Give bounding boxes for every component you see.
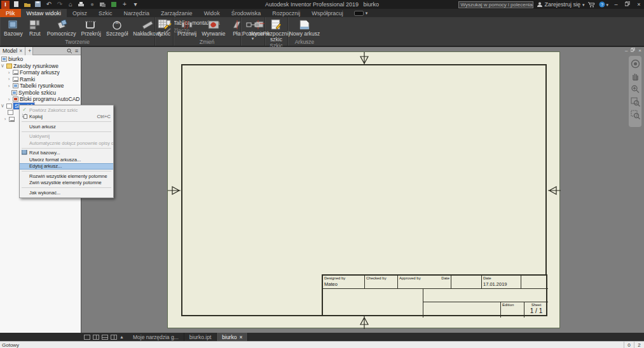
doc-tab-biurko-ipt[interactable]: biurko.ipt	[184, 333, 217, 341]
tree-item-autocad-blocks[interactable]: › Bloki programu AutoCAD	[0, 96, 81, 103]
tab-szkic[interactable]: Szkic	[93, 9, 118, 17]
tree-item-borders[interactable]: › Ramki	[0, 76, 81, 83]
menu-item-repeat-finish-sketch[interactable]: ✓ Powtórz Zakończ szkic	[20, 107, 113, 114]
menu-item-expand-all-children[interactable]: Rozwiń wszystkie elementy potomne	[20, 173, 113, 180]
break-out-button[interactable]: Wyrwanie	[200, 18, 227, 37]
appearance-icon[interactable]	[99, 1, 107, 8]
top-center-mark	[359, 52, 370, 66]
menu-item-delete-sheet[interactable]: Usuń arkusz	[20, 123, 113, 130]
tab-srodowiska[interactable]: Środowiska	[226, 9, 267, 17]
detail-view-button[interactable]: A Szczegół	[104, 18, 130, 37]
tab-narzedzia[interactable]: Narzędzia	[118, 9, 156, 17]
auxiliary-view-button[interactable]: Pomocniczy	[45, 18, 78, 37]
doc-tab-close-icon[interactable]: ×	[239, 334, 242, 340]
browser-menu-icon[interactable]: ≡	[75, 48, 78, 54]
new-sheet-button[interactable]: Nowy arkusz	[287, 18, 322, 37]
group-label-tworzenie: Tworzenie	[0, 39, 154, 46]
base-view-button[interactable]: Bazowy	[2, 18, 25, 37]
tree-item-title-blocks[interactable]: › Tabelki rysunkowe	[0, 83, 81, 90]
doc-tab-my-home[interactable]: Moje narzędzia g...	[128, 333, 184, 341]
help-caret-icon[interactable]: ▾	[606, 3, 608, 6]
collapse-icon[interactable]: ∨	[0, 103, 5, 109]
iproperties-icon[interactable]	[110, 1, 118, 8]
drawing-sheet[interactable]: Designed by Mateo Checked by Approved by…	[167, 51, 560, 328]
menu-item-base-view[interactable]: Rzut bazowy...	[20, 150, 113, 157]
doc-minimize-button[interactable]: –	[625, 48, 627, 53]
print-icon[interactable]	[78, 1, 85, 8]
inventor-logo[interactable]: I	[1, 1, 10, 9]
doc-tab-biurko-idw[interactable]: biurko ×	[217, 333, 248, 341]
expand-tabbar-icon[interactable]: ▲	[120, 335, 124, 339]
tile-vertical-icon[interactable]	[93, 335, 99, 340]
collapse-icon[interactable]: ∨	[0, 63, 5, 69]
steering-wheel-icon[interactable]	[630, 58, 640, 69]
zoom-window-icon[interactable]	[630, 109, 640, 120]
expand-icon[interactable]: ›	[3, 116, 8, 122]
measure-icon[interactable]: +	[121, 1, 128, 8]
tab-widok[interactable]: Widok	[198, 9, 226, 17]
zoom-in-icon[interactable]	[630, 84, 640, 95]
new-file-icon[interactable]	[13, 1, 20, 8]
sign-in-button[interactable]: Zarejestruj się	[544, 1, 580, 8]
tab-plik[interactable]: Plik	[0, 9, 21, 17]
menu-item-copy[interactable]: Kopiuj Ctrl+C	[20, 114, 113, 121]
menu-item-reattach-orphaned[interactable]: Automatycznie dołącz ponownie opisy osie…	[20, 140, 113, 147]
menu-item-edit-sheet[interactable]: Edytuj arkusz...	[20, 163, 113, 170]
cascade-windows-icon[interactable]	[84, 335, 90, 340]
doc-close-button[interactable]: ×	[638, 48, 641, 53]
screen-share-icon[interactable]	[354, 11, 364, 16]
expand-icon[interactable]: ›	[6, 76, 11, 82]
tile-horizontal-icon[interactable]	[102, 335, 108, 340]
menu-item-activate[interactable]: Uaktywnij	[20, 133, 113, 140]
save-icon[interactable]	[34, 1, 42, 8]
open-file-icon[interactable]	[24, 1, 31, 8]
browser-add-tab-button[interactable]: +	[25, 47, 33, 55]
screen-share-caret-icon[interactable]: ▾	[366, 11, 368, 15]
status-counter-b: 2	[634, 342, 644, 348]
draft-view-button[interactable]: Szkic	[155, 18, 173, 37]
expand-icon[interactable]: ›	[6, 70, 11, 76]
tab-wspolpracuj[interactable]: Współpracuj	[306, 9, 349, 17]
close-button[interactable]: ×	[635, 1, 643, 8]
help-search-input[interactable]: Wyszukaj w pomocy i poleceniach	[458, 1, 533, 8]
redo-icon[interactable]: ↷	[56, 1, 64, 8]
zoom-all-icon[interactable]	[630, 97, 640, 107]
browser-tab-close-icon[interactable]: ×	[19, 48, 22, 54]
sign-in-caret-icon[interactable]: ▾	[582, 3, 585, 6]
browser-tab-model[interactable]: Model ×	[0, 47, 25, 55]
menu-separator	[22, 187, 111, 188]
undo-icon[interactable]: ↶	[45, 1, 53, 8]
restore-button[interactable]	[624, 1, 631, 8]
help-icon[interactable]: ?	[599, 1, 605, 8]
projected-view-button[interactable]: Rzut	[26, 18, 44, 37]
menu-item-collapse-all-children[interactable]: Zwiń wszystkie elementy potomne	[20, 180, 113, 187]
tab-wstaw-widoki[interactable]: Wstaw widoki	[21, 9, 67, 17]
doc-restore-button[interactable]	[631, 48, 635, 53]
section-view-button[interactable]: Przekrój	[79, 18, 103, 37]
break-button[interactable]: Przerwij	[175, 18, 198, 37]
material-sphere-icon[interactable]: ●	[88, 1, 96, 8]
menu-item-create-sheet-format[interactable]: Utwórz format arkusza...	[20, 156, 113, 163]
expand-icon[interactable]: ›	[6, 97, 11, 102]
tab-opisz[interactable]: Opisz	[67, 9, 93, 17]
tree-item-sketch-symbols[interactable]: Symbole szkicu	[0, 90, 81, 97]
customize-qat-caret-icon[interactable]: ▾	[132, 1, 139, 8]
tab-rozpocznij[interactable]: Rozpocznij	[266, 9, 306, 17]
tree-item-sheet-formats[interactable]: › Formaty arkuszy	[0, 69, 81, 76]
ribbon-tab-row: Plik Wstaw widoki Opisz Szkic Narzędzia …	[0, 9, 644, 17]
browser-search-icon[interactable]	[67, 48, 72, 54]
tree-item-drawing-resources[interactable]: ∨ Zasoby rysunkowe	[0, 63, 81, 70]
expand-icon[interactable]: ›	[6, 83, 11, 89]
tree-item-root[interactable]: biurko	[0, 56, 81, 63]
home-icon[interactable]: ⌂	[67, 1, 74, 8]
arrange-windows-icon[interactable]	[111, 335, 117, 340]
cart-icon[interactable]	[588, 2, 595, 8]
left-center-mark	[168, 185, 182, 196]
tab-zarzadzanie[interactable]: Zarządzanie	[155, 9, 198, 17]
menu-item-how-to[interactable]: Jak wykonać...	[20, 189, 113, 196]
minimize-button[interactable]: –	[612, 1, 620, 8]
pan-hand-icon[interactable]	[630, 71, 640, 82]
sketch-symbols-icon	[11, 90, 17, 95]
start-sketch-icon	[270, 18, 284, 31]
drawing-canvas[interactable]: – × Designed by Mateo	[81, 47, 644, 333]
